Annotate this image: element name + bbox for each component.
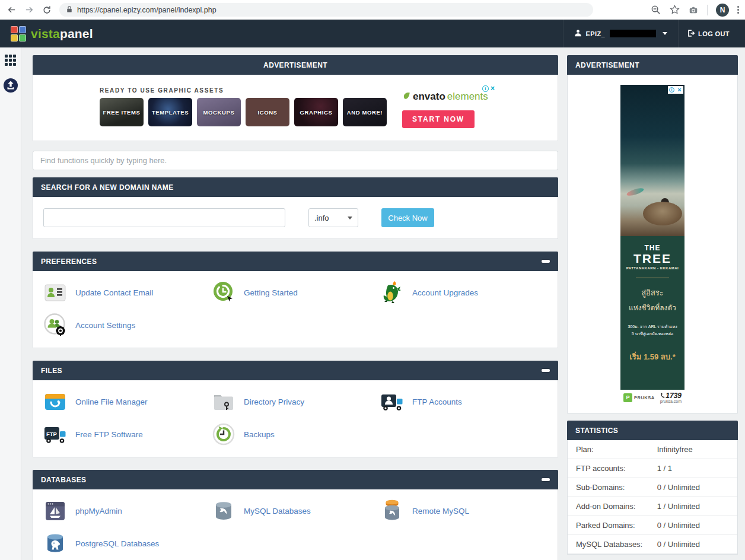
ftp-truck-icon: FTP: [43, 422, 68, 447]
back-icon[interactable]: [6, 5, 17, 15]
collapse-minus-icon[interactable]: [542, 478, 550, 481]
files-header: FILES: [33, 361, 558, 380]
main-content: ADVERTISEMENT READY TO USE GRAPHIC ASSET…: [33, 55, 558, 560]
bookmark-star-icon[interactable]: [669, 5, 680, 15]
stats-row-plan: Plan:Infinityfree: [568, 440, 737, 459]
tile-mockups[interactable]: MOCKUPS: [197, 98, 241, 126]
ad-website: pruksa.com: [660, 399, 682, 403]
right-sidebar: ADVERTISEMENT i × THE TREE PATTANAKARN -…: [567, 55, 738, 555]
tile-free-items[interactable]: FREE ITEMS: [100, 98, 144, 126]
domain-search-header: SEARCH FOR A NEW DOMAIN NAME: [33, 177, 558, 197]
svg-text:FTP: FTP: [46, 431, 58, 437]
sidebar-ad-header: ADVERTISEMENT: [567, 55, 738, 75]
contact-card-icon: [43, 280, 68, 305]
browser-menu-icon[interactable]: [737, 6, 739, 14]
zoom-out-icon[interactable]: [650, 5, 661, 15]
preferences-header: PREFERENCES: [33, 252, 558, 271]
banner-kicker: READY TO USE GRAPHIC ASSETS: [100, 87, 387, 94]
domain-search-section: SEARCH FOR A NEW DOMAIN NAME .info Check…: [33, 177, 558, 239]
select-caret-icon: [348, 217, 352, 219]
stats-row-ftp-accounts: FTP accounts:1 / 1: [568, 459, 737, 478]
user-menu[interactable]: EPIZ_: [563, 20, 679, 47]
vistapanel-logo[interactable]: vistapanel: [11, 26, 93, 42]
item-directory-privacy[interactable]: Directory Privacy: [211, 389, 380, 414]
screenshot-camera-icon[interactable]: [688, 5, 699, 15]
brand-wordmark: vistapanel: [31, 27, 93, 41]
check-now-button[interactable]: Check Now: [381, 208, 434, 227]
postgresql-elephant-icon: [43, 531, 68, 556]
preferences-section: PREFERENCES Update Contact Email Getting…: [33, 252, 558, 348]
upload-icon[interactable]: [3, 78, 18, 96]
mysql-cylinder-icon: [211, 498, 236, 523]
item-account-upgrades[interactable]: Account Upgrades: [380, 280, 548, 305]
tile-graphics[interactable]: GRAPHICS: [294, 98, 338, 126]
adchoices-controls: i ×: [668, 86, 683, 94]
domain-name-input[interactable]: [43, 208, 285, 227]
ad-info-icon[interactable]: i: [668, 86, 676, 94]
property-ad[interactable]: i × THE TREE PATTANAKARN - EKKAMAI สู่อิ…: [620, 85, 684, 405]
lock-icon: [66, 5, 72, 15]
pruksa-logo-icon: P: [623, 393, 632, 402]
item-account-settings[interactable]: Account Settings: [43, 313, 211, 338]
main-ad-header: ADVERTISEMENT: [33, 55, 558, 75]
item-getting-started[interactable]: Getting Started: [211, 280, 380, 305]
adchoices-controls: i ×: [482, 85, 495, 92]
envato-logo[interactable]: envato elements: [402, 91, 491, 103]
url-text: https://cpanel.epizy.com/panel/indexpl.p…: [77, 6, 217, 14]
ad-info-icon[interactable]: i: [482, 85, 489, 92]
item-update-contact-email[interactable]: Update Contact Email: [43, 280, 211, 305]
property-ad-photo: i ×: [620, 85, 684, 236]
browser-toolbar: https://cpanel.epizy.com/panel/indexpl.p…: [0, 0, 745, 20]
file-box-icon: [43, 389, 68, 414]
ad-close-icon[interactable]: ×: [676, 86, 683, 94]
item-phpmyadmin[interactable]: phpMyAdmin: [43, 498, 211, 523]
item-free-ftp-software[interactable]: FTP Free FTP Software: [43, 422, 211, 447]
getting-started-icon: [211, 280, 236, 305]
databases-header: DATABASES: [33, 470, 558, 489]
ftp-truck-person-icon: [380, 389, 405, 414]
stats-row-parked-domains: Parked Domains:0 / Unlimited: [568, 516, 737, 535]
item-mysql-databases[interactable]: MySQL Databases: [211, 498, 380, 523]
collapse-minus-icon[interactable]: [542, 260, 550, 263]
item-remote-mysql[interactable]: Remote MySQL: [380, 498, 548, 523]
function-search-input[interactable]: [33, 151, 558, 170]
refresh-icon[interactable]: [42, 5, 52, 15]
stats-row-mysql-databases: MySQL Databases:0 / Unlimited: [568, 535, 737, 554]
gold-divider: [636, 278, 669, 278]
tile-icons[interactable]: ICONS: [246, 98, 289, 126]
logout-button[interactable]: LOG OUT: [679, 20, 738, 47]
sidebar-ad-panel: i × THE TREE PATTANAKARN - EKKAMAI สู่อิ…: [567, 75, 738, 413]
tld-select[interactable]: .info: [308, 208, 358, 227]
folder-key-icon: [211, 389, 236, 414]
collapse-minus-icon[interactable]: [542, 369, 550, 372]
app-header: vistapanel EPIZ_ LOG OUT: [0, 20, 745, 47]
item-online-file-manager[interactable]: Online File Manager: [43, 389, 211, 414]
property-ad-footer: P PRUKSA 1739 pruksa.com: [620, 390, 684, 405]
statistics-section: STATISTICS Plan:Infinityfree FTP account…: [567, 421, 738, 555]
dragon-icon: [380, 280, 405, 305]
item-ftp-accounts[interactable]: FTP Accounts: [380, 389, 548, 414]
envato-banner[interactable]: READY TO USE GRAPHIC ASSETS FREE ITEMS T…: [100, 87, 491, 128]
apps-grid-icon[interactable]: [5, 55, 16, 66]
forward-icon[interactable]: [24, 5, 34, 15]
tile-templates[interactable]: TEMPLATES: [148, 98, 192, 126]
tld-selected-value: .info: [314, 214, 329, 222]
feather-graphic: [626, 187, 644, 198]
pruksa-logo: P PRUKSA: [623, 393, 655, 402]
left-rail: [0, 47, 21, 560]
logout-label: LOG OUT: [698, 30, 730, 37]
statistics-header: STATISTICS: [567, 421, 738, 440]
item-backups[interactable]: Backups: [211, 422, 380, 447]
url-bar[interactable]: https://cpanel.epizy.com/panel/indexpl.p…: [59, 3, 593, 17]
item-postgresql-databases[interactable]: PostgreSQL Databases: [43, 531, 211, 556]
ad-phone-number: 1739: [660, 392, 682, 399]
profile-avatar[interactable]: N: [716, 4, 729, 17]
start-now-button[interactable]: START NOW: [402, 110, 475, 128]
username-prefix: EPIZ_: [586, 30, 606, 37]
stats-row-sub-domains: Sub-Domains:0 / Unlimited: [568, 478, 737, 497]
banner-tiles: FREE ITEMS TEMPLATES MOCKUPS ICONS GRAPH…: [100, 98, 387, 126]
ad-close-icon[interactable]: ×: [491, 85, 495, 92]
tile-and-more[interactable]: AND MORE!: [343, 98, 387, 126]
phpmyadmin-sailboat-icon: [43, 498, 68, 523]
logout-icon: [687, 29, 695, 39]
